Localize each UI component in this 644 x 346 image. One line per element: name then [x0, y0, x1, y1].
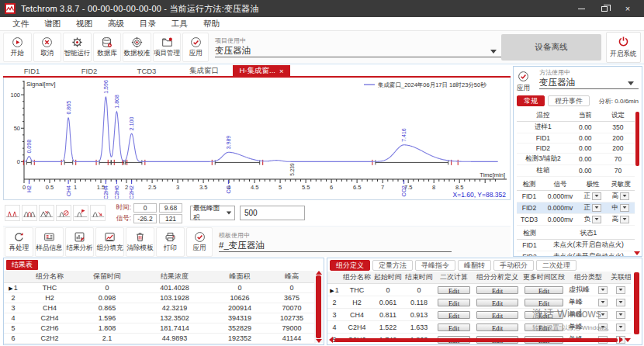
component-type-dropdown[interactable]	[598, 324, 608, 331]
table-row[interactable]: TCD30.000mv负 高	[517, 214, 635, 226]
scroll-thumb[interactable]	[334, 338, 618, 342]
peak-tool-button-4[interactable]	[56, 205, 71, 221]
edit-button[interactable]: Edit	[438, 324, 470, 331]
min-peak-area-input[interactable]: 500	[240, 206, 305, 220]
peak-tool-button-6[interactable]	[90, 205, 106, 221]
table-row[interactable]: FID2未点火(未开启自动点火)	[517, 251, 635, 258]
cell-dropdown[interactable]	[592, 192, 601, 200]
edit-button[interactable]: Edit	[476, 324, 518, 331]
chart-tab-fid2[interactable]: FID2	[61, 65, 118, 76]
scroll-up-icon[interactable]	[316, 271, 322, 275]
device-offline-button[interactable]: 设备离线	[501, 34, 601, 61]
table-row[interactable]: 检测3/辅助20.0070	[517, 154, 635, 165]
toolbar-button-cancel-circle[interactable]: 取消	[33, 33, 62, 62]
table-row[interactable]: ▶1THC0401.402800	[4, 283, 316, 293]
peak-tool-button-2[interactable]	[22, 205, 37, 221]
table-row[interactable]: 7CO3.989132.78179695310994	[4, 344, 316, 346]
table-row[interactable]: FID20.00200	[517, 144, 635, 154]
edit-button[interactable]: Edit	[438, 286, 470, 294]
chart-tab-active[interactable]: H-集成窗...×	[233, 65, 290, 76]
table-row[interactable]: 进样10.00350	[517, 122, 635, 133]
toolbar-button-database[interactable]: 数据库	[93, 33, 122, 62]
toolbar-button-sample-info[interactable]: 样品信息	[35, 227, 64, 257]
table-row[interactable]: FID20.000mv正 中	[517, 202, 635, 214]
associated-component-dropdown[interactable]	[616, 299, 625, 306]
maximize-button[interactable]	[593, 0, 616, 17]
chart-tab-tcd3[interactable]: TCD3	[118, 65, 175, 76]
associated-component-dropdown[interactable]	[616, 311, 625, 319]
scroll-left-icon[interactable]	[329, 337, 333, 343]
table-row[interactable]: FID1未点火(未开启自动点火)	[517, 240, 635, 251]
table-row[interactable]: 2H20.0610.118EditEditEdit单峰	[327, 296, 631, 309]
cell-dropdown[interactable]	[592, 204, 601, 212]
menu-item-1[interactable]: 文件	[5, 19, 36, 29]
scroll-down-icon[interactable]	[316, 339, 322, 343]
tab-results[interactable]: 结果表	[6, 260, 38, 270]
chart-tab-集成窗口[interactable]: 集成窗口	[175, 65, 233, 76]
edit-button[interactable]: Edit	[476, 286, 518, 294]
table-row[interactable]: FID10.000mv正 高	[517, 191, 635, 202]
component-type-dropdown[interactable]	[598, 299, 608, 306]
peak-tool-button-3[interactable]	[39, 205, 54, 221]
scroll-thumb[interactable]	[635, 112, 639, 166]
close-button[interactable]: ×	[616, 0, 639, 17]
template-combo[interactable]: 模板使用中 #_变压器油	[219, 232, 452, 252]
chromatogram-chart[interactable]: 05010000.511.522.533.544.555.566.577.588…	[4, 78, 510, 199]
method-tab-程升事件[interactable]: 程升事件	[548, 95, 590, 106]
toolbar-button-folder[interactable]: 项目管理	[153, 33, 182, 62]
cell-dropdown[interactable]	[620, 216, 629, 223]
cell-dropdown[interactable]	[620, 204, 629, 212]
cell-dropdown[interactable]	[620, 192, 629, 200]
menu-item-7[interactable]: 帮助	[196, 19, 227, 29]
results-scrollbar[interactable]	[314, 271, 323, 343]
apply-method-button[interactable]: 应用	[517, 69, 530, 93]
component-type-dropdown[interactable]	[598, 311, 608, 319]
component-type-dropdown[interactable]	[598, 286, 608, 294]
associated-component-dropdown[interactable]	[616, 324, 625, 331]
scroll-down-icon[interactable]	[634, 251, 640, 255]
method-combo[interactable]: 方法使用中 变压器油	[539, 69, 639, 89]
table-row[interactable]: 2H20.098103.1928106263675	[4, 293, 316, 303]
table-row[interactable]: 5C2H61.808181.741435282979000	[4, 324, 316, 334]
cell-dropdown[interactable]	[592, 216, 601, 223]
menu-item-5[interactable]: 目录	[132, 19, 164, 29]
min-peak-area-select[interactable]: 最低峰面积	[190, 206, 235, 220]
tab-峰翻转[interactable]: 峰翻转	[458, 260, 491, 271]
menu-item-2[interactable]: 谱图	[36, 19, 68, 29]
toolbar-button-gear[interactable]: 智能运行	[63, 33, 92, 62]
menu-item-4[interactable]: 高级	[100, 19, 132, 29]
peak-tool-button-1[interactable]	[5, 205, 20, 221]
tab-定量方法[interactable]: 定量方法	[372, 260, 413, 271]
tab-二次处理[interactable]: 二次处理	[536, 260, 576, 271]
table-row[interactable]: 3CH40.8110.913EditEditEdit单峰	[327, 309, 631, 321]
menu-item-6[interactable]: 工具	[164, 19, 196, 29]
scroll-thumb[interactable]	[634, 272, 639, 334]
toolbar-button-play-circle[interactable]: 开始	[3, 33, 32, 62]
definitions-hscrollbar[interactable]	[329, 337, 631, 343]
table-row[interactable]: 4C2H41.5221.633EditEditEdit单峰	[327, 321, 631, 334]
scroll-down-icon[interactable]	[625, 338, 631, 342]
table-row[interactable]: FID10.00200	[517, 133, 635, 144]
project-combo[interactable]: 项目使用中 变压器油	[215, 37, 501, 57]
peak-tool-button-5[interactable]	[73, 205, 88, 221]
chart-tab-fid1[interactable]: FID1	[3, 65, 61, 76]
associated-component-dropdown[interactable]	[616, 286, 625, 294]
apply-template-button[interactable]: 应用	[186, 227, 213, 257]
power-on-button[interactable]: 开启系统	[606, 32, 641, 63]
toolbar-button-printer[interactable]: 打印	[156, 227, 185, 257]
edit-button[interactable]: Edit	[525, 324, 563, 331]
tab-寻峰指令[interactable]: 寻峰指令	[415, 260, 455, 271]
toolbar-button-reprocess[interactable]: 再处理	[5, 227, 33, 257]
toolbar-button-clear-template[interactable]: 清除模板	[126, 227, 154, 257]
minimize-button[interactable]	[570, 0, 593, 17]
edit-button[interactable]: Edit	[525, 286, 563, 294]
table-row[interactable]: 6C2H22.144.989319235241144	[4, 334, 316, 344]
edit-button[interactable]: Edit	[438, 311, 470, 319]
scroll-right-icon[interactable]	[619, 337, 623, 343]
menu-item-3[interactable]: 视图	[68, 19, 100, 29]
tab-组分定义[interactable]: 组分定义	[330, 260, 370, 271]
definitions-vscrollbar[interactable]	[632, 272, 641, 335]
close-icon[interactable]: ×	[279, 67, 284, 75]
toolbar-button-result-analysis[interactable]: 结果分析	[65, 227, 94, 257]
table-row[interactable]: 3CH40.86542.321920091470070	[4, 303, 316, 313]
